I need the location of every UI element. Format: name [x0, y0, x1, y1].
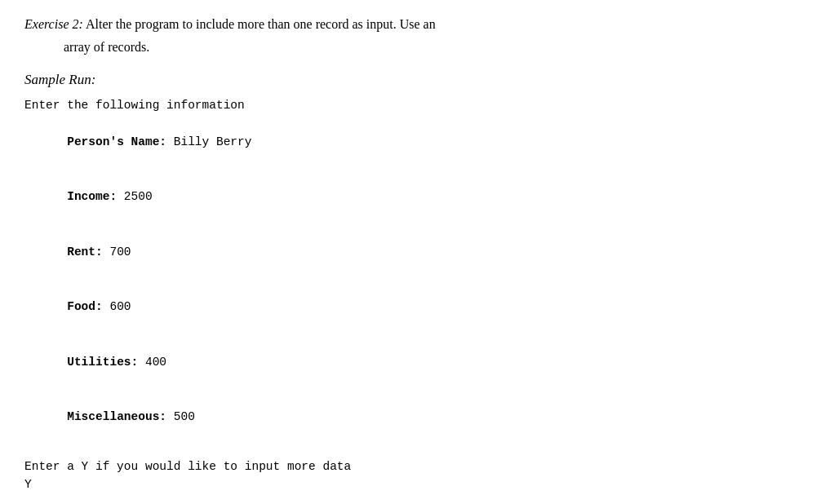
terminal-line-rent: Rent: 700 [24, 224, 792, 279]
page: Exercise 2: Alter the program to include… [0, 0, 816, 504]
exercise-line-1: Exercise 2: Alter the program to include… [24, 15, 792, 34]
income-label: Income: [67, 190, 124, 203]
exercise-text: Alter the program to include more than o… [86, 17, 436, 31]
exercise-block: Exercise 2: Alter the program to include… [24, 15, 792, 57]
miscellaneous-label: Miscellaneous: [67, 410, 174, 423]
exercise-label: Exercise 2: [24, 17, 83, 31]
terminal-line-y: Y [24, 475, 792, 493]
food-value: 600 [109, 300, 131, 313]
spacer-2 [24, 494, 792, 504]
utilities-label: Utilities: [67, 356, 145, 369]
rent-value: 700 [109, 245, 131, 259]
terminal-line-miscellaneous: Miscellaneous: 500 [24, 390, 792, 444]
food-label: Food: [67, 300, 109, 313]
exercise-line-2: array of records. [24, 38, 792, 57]
sample-run-heading: Sample Run: [24, 72, 792, 88]
person-name-label-1: Person's Name: [67, 135, 174, 148]
terminal-line-prompt: Enter a Y if you would like to input mor… [24, 458, 792, 475]
person-name-value-1: Billy Berry [174, 135, 252, 148]
spacer-1 [24, 444, 792, 458]
income-value: 2500 [124, 190, 153, 203]
utilities-value: 400 [145, 356, 166, 369]
exercise-indent: array of records. [64, 38, 792, 57]
terminal-line-food: Food: 600 [24, 280, 792, 334]
miscellaneous-value: 500 [174, 410, 195, 423]
sample-run-label: Sample Run: [24, 72, 95, 87]
rent-label: Rent: [67, 245, 109, 259]
terminal-block-1: Enter the following information Person's… [24, 96, 792, 444]
terminal-line-income: Income: 2500 [24, 170, 792, 224]
terminal-line-person-name-1: Person's Name: Billy Berry [24, 114, 792, 169]
terminal-line-enter-info-1: Enter the following information [24, 96, 792, 114]
terminal-block-prompt: Enter a Y if you would like to input mor… [24, 458, 792, 494]
terminal-line-utilities: Utilities: 400 [24, 334, 792, 389]
